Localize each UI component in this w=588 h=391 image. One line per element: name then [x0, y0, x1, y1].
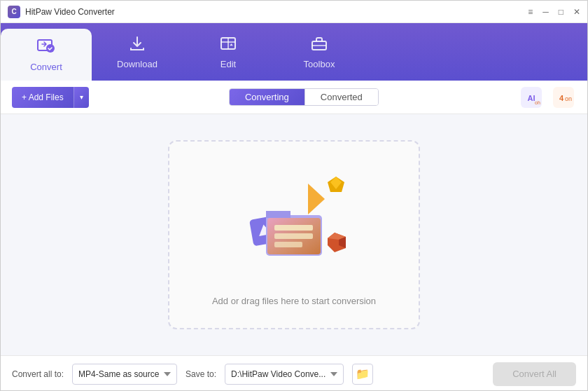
convert-tab-icon [36, 37, 56, 58]
drop-zone-illustration [224, 164, 364, 283]
toolbar-right: AI oh 4 on [519, 85, 576, 110]
nav-tabs: Convert Download Edit [1, 23, 587, 81]
toolbar: + Add Files ▾ Converting Converted AI oh… [1, 81, 587, 114]
sub-tabs: Converting Converted [229, 88, 379, 106]
browse-folder-button[interactable]: 📁 [352, 364, 373, 385]
sub-tab-converted[interactable]: Converted [305, 89, 378, 105]
svg-text:on: on [565, 95, 572, 102]
format-select[interactable]: MP4-Same as source [72, 364, 177, 385]
add-files-dropdown-button[interactable]: ▾ [74, 87, 89, 108]
ai-tool-1-button[interactable]: AI oh [519, 85, 544, 110]
svg-text:AI: AI [528, 94, 536, 102]
edit-tab-label: Edit [220, 59, 236, 69]
save-path-select[interactable]: D:\HitPaw Video Conve... [225, 364, 344, 385]
ai-tool-2-button[interactable]: 4 on [551, 85, 576, 110]
settings-icon[interactable]: ≡ [528, 8, 533, 16]
save-to-label: Save to: [186, 369, 216, 379]
main-content: Add or drag files here to start conversi… [1, 114, 587, 355]
convert-all-button[interactable]: Convert All [493, 362, 576, 386]
toolbox-tab-icon [309, 34, 329, 55]
add-files-group: + Add Files ▾ [12, 87, 89, 108]
app-title: HitPaw Video Converter [25, 7, 115, 17]
dropdown-chevron-icon: ▾ [80, 93, 83, 101]
title-bar: C HitPaw Video Converter ≡ ─ □ ✕ [1, 1, 587, 23]
tab-download[interactable]: Download [92, 23, 183, 81]
svg-text:4: 4 [559, 94, 564, 102]
tab-toolbox[interactable]: Toolbox [274, 23, 365, 81]
drop-zone-text: Add or drag files here to start conversi… [212, 296, 376, 306]
toolbox-tab-label: Toolbox [304, 59, 335, 69]
download-tab-icon [127, 34, 147, 55]
sub-tab-converting[interactable]: Converting [230, 89, 305, 105]
tab-edit[interactable]: Edit [183, 23, 274, 81]
tab-convert[interactable]: Convert [1, 29, 92, 81]
svg-rect-22 [266, 211, 290, 218]
add-files-label: + Add Files [22, 92, 64, 102]
close-button[interactable]: ✕ [573, 8, 580, 16]
svg-marker-15 [308, 184, 325, 214]
convert-tab-label: Convert [30, 62, 62, 72]
convert-all-to-label: Convert all to: [12, 369, 64, 379]
minimize-button[interactable]: ─ [542, 8, 549, 16]
edit-tab-icon [218, 34, 238, 55]
bottom-bar: Convert all to: MP4-Same as source Save … [1, 355, 587, 391]
svg-rect-26 [274, 242, 302, 247]
svg-rect-25 [274, 233, 313, 239]
drop-zone[interactable]: Add or drag files here to start conversi… [168, 140, 420, 329]
folder-icon: 📁 [356, 367, 370, 380]
svg-rect-24 [274, 225, 313, 231]
window-controls[interactable]: ≡ ─ □ ✕ [528, 8, 580, 16]
add-files-button[interactable]: + Add Files [12, 87, 74, 108]
app-icon: C [8, 6, 20, 18]
maximize-button[interactable]: □ [559, 8, 564, 16]
download-tab-label: Download [117, 59, 158, 69]
title-bar-left: C HitPaw Video Converter [8, 6, 115, 18]
svg-text:oh: oh [535, 100, 540, 105]
